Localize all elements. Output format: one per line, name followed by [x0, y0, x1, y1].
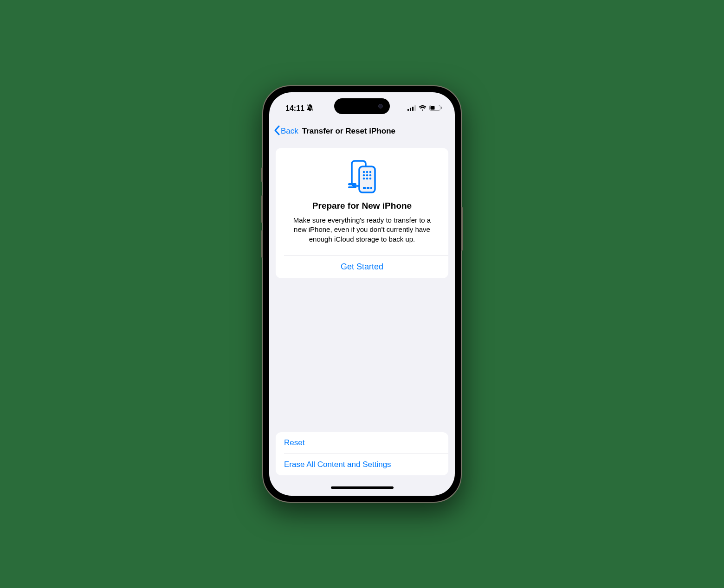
svg-rect-9 — [348, 186, 356, 188]
content-area: Prepare for New iPhone Make sure everyth… — [269, 141, 455, 482]
prepare-card: Prepare for New iPhone Make sure everyth… — [276, 148, 448, 278]
battery-icon — [429, 104, 442, 113]
svg-point-15 — [366, 174, 368, 177]
svg-point-14 — [363, 174, 365, 177]
prepare-top: Prepare for New iPhone Make sure everyth… — [276, 148, 448, 255]
prepare-title: Prepare for New iPhone — [285, 201, 439, 211]
svg-point-17 — [363, 178, 365, 180]
get-started-button[interactable]: Get Started — [276, 256, 448, 278]
actions-list: Reset Erase All Content and Settings — [276, 432, 448, 475]
screen: 14:11 — [269, 92, 455, 496]
svg-point-18 — [366, 178, 368, 180]
svg-point-12 — [366, 171, 368, 173]
svg-point-19 — [369, 178, 372, 180]
svg-point-11 — [363, 171, 365, 173]
front-camera — [378, 104, 383, 109]
back-button[interactable]: Back — [274, 125, 298, 138]
home-indicator-area — [269, 482, 455, 496]
svg-point-13 — [369, 171, 372, 173]
spacer — [276, 278, 448, 432]
page-title: Transfer or Reset iPhone — [302, 127, 395, 136]
power-button — [461, 207, 463, 251]
status-time: 14:11 — [285, 104, 304, 113]
status-left: 14:11 — [285, 104, 314, 113]
home-indicator[interactable] — [331, 486, 394, 489]
erase-all-button[interactable]: Erase All Content and Settings — [276, 454, 448, 475]
reset-button[interactable]: Reset — [276, 432, 448, 454]
svg-rect-0 — [407, 109, 409, 111]
svg-rect-6 — [441, 107, 442, 109]
chevron-left-icon — [274, 125, 280, 138]
transfer-devices-icon — [285, 158, 439, 193]
svg-rect-22 — [370, 187, 372, 189]
volume-up-button — [261, 195, 263, 223]
svg-rect-2 — [412, 107, 414, 111]
svg-rect-20 — [363, 187, 366, 189]
volume-down-button — [261, 230, 263, 258]
wifi-icon — [419, 104, 427, 113]
nav-bar: Back Transfer or Reset iPhone — [269, 121, 455, 141]
dynamic-island — [334, 98, 390, 114]
cellular-signal-icon — [407, 104, 416, 113]
svg-rect-5 — [431, 106, 435, 110]
svg-point-16 — [369, 174, 372, 177]
svg-rect-8 — [348, 183, 356, 185]
status-right — [407, 104, 442, 113]
bell-slash-icon — [306, 104, 314, 113]
svg-rect-21 — [367, 187, 369, 189]
back-label: Back — [281, 127, 298, 136]
svg-rect-1 — [410, 108, 411, 111]
phone-frame: 14:11 — [262, 85, 462, 503]
prepare-description: Make sure everything's ready to transfer… — [285, 216, 439, 244]
action-button — [261, 167, 263, 182]
svg-rect-3 — [414, 105, 416, 111]
